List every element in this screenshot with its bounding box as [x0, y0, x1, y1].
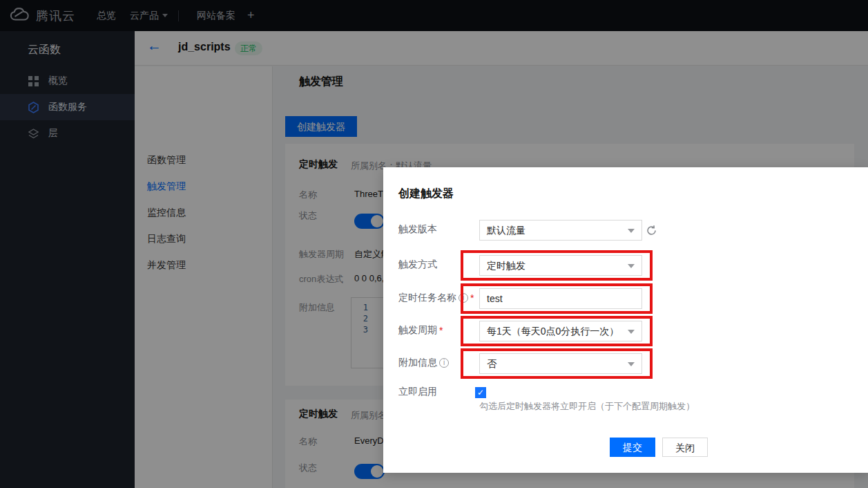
enable-now-helper-text: 勾选后定时触发器将立即开启（于下个配置周期触发）	[479, 400, 695, 413]
info-icon[interactable]: i	[459, 293, 468, 303]
label-timer-task-name: 定时任务名称 i *	[398, 292, 474, 304]
chevron-down-icon	[628, 330, 635, 334]
trigger-period-select[interactable]: 每1天（每天0点0分执行一次）	[479, 321, 642, 341]
trigger-method-select[interactable]: 定时触发	[479, 255, 642, 276]
refresh-icon[interactable]	[646, 225, 657, 236]
label-extra-info: 附加信息 i	[398, 357, 449, 369]
submit-button[interactable]: 提交	[610, 438, 655, 457]
chevron-down-icon	[628, 362, 635, 366]
required-asterisk: *	[470, 292, 474, 303]
close-button[interactable]: 关闭	[662, 438, 708, 457]
required-asterisk: *	[439, 325, 443, 336]
chevron-down-icon	[628, 264, 635, 268]
extra-info-select[interactable]: 否	[479, 353, 642, 374]
create-trigger-dialog: 创建触发器 触发版本 默认流量 触发方式 定时触发 定时任务名称 i *	[383, 167, 868, 473]
trigger-version-select[interactable]: 默认流量	[479, 220, 642, 241]
label-trigger-period: 触发周期 *	[398, 324, 443, 337]
label-enable-now: 立即启用	[398, 386, 437, 398]
enable-now-checkbox[interactable]: ✓	[475, 387, 486, 398]
timer-task-name-input[interactable]	[479, 288, 642, 309]
chevron-down-icon	[628, 229, 635, 233]
app-screen: 腾讯云 总览 云产品 网站备案 + 云函数 概览	[0, 0, 868, 488]
dialog-title: 创建触发器	[398, 187, 454, 201]
info-icon[interactable]: i	[439, 358, 449, 368]
label-trigger-method: 触发方式	[398, 259, 437, 271]
label-trigger-version: 触发版本	[398, 223, 437, 236]
